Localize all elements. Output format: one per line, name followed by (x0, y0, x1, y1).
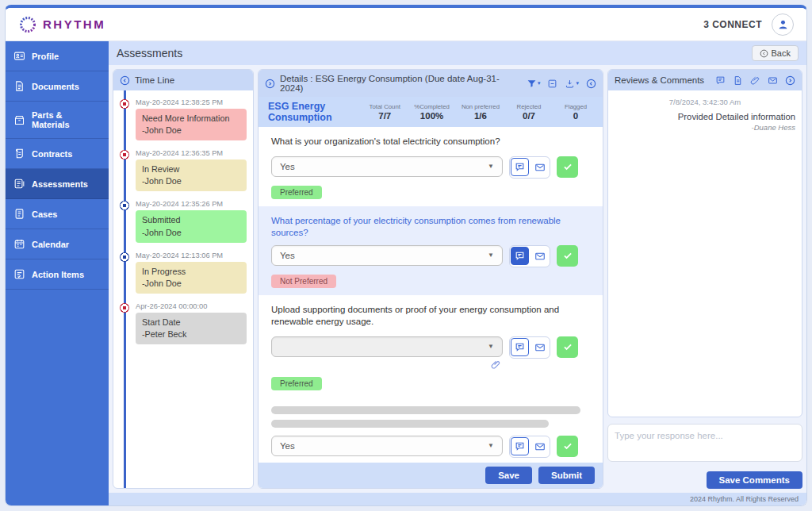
timeline-author: -John Doe (142, 227, 240, 239)
collapse-reviews-button[interactable] (785, 75, 795, 86)
connect-label: 3 CONNECT (703, 19, 762, 30)
check-icon (562, 341, 573, 352)
sidebar-item-label: Documents (32, 82, 79, 91)
timeline-author: -Peter Beck (142, 328, 240, 340)
comment-button[interactable] (511, 338, 529, 356)
timeline-timestamp: May-20-2024 12:38:25 PM (136, 98, 247, 106)
sidebar-item-profile[interactable]: Profile (6, 41, 109, 71)
save-comments-button[interactable]: Save Comments (707, 471, 802, 489)
question-actions (509, 436, 550, 458)
filter-button[interactable]: ▾ (527, 79, 541, 89)
timeline-author: -John Doe (142, 278, 240, 290)
caret-down-icon: ▾ (538, 80, 541, 86)
chevron-down-icon: ▼ (488, 163, 494, 170)
filter-icon (527, 79, 537, 89)
back-label: Back (772, 48, 791, 58)
mail-button[interactable] (530, 158, 549, 176)
timeline-list: May-20-2024 12:38:25 PM Need More Inform… (113, 90, 253, 488)
download-button[interactable]: ▾ (565, 79, 579, 89)
answer-select[interactable]: Yes ▼ (271, 436, 503, 456)
clipboard-icon (13, 178, 25, 190)
paperclip-icon[interactable] (491, 359, 501, 370)
question-block-3: Upload supporting documents or proof of … (259, 295, 603, 398)
sidebar-item-calendar[interactable]: Calendar (6, 229, 109, 259)
answer-value: Yes (280, 162, 295, 171)
sidebar: Profile Documents Parts & Materials Cont… (6, 41, 109, 505)
approve-button[interactable] (557, 336, 578, 358)
sidebar-item-label: Parts & Materials (32, 110, 101, 129)
comment-icon (515, 251, 525, 261)
stat-value: 0/7 (511, 111, 546, 121)
chevron-right-circle-icon[interactable] (265, 79, 275, 89)
save-button[interactable]: Save (485, 467, 532, 484)
comment-icon (515, 441, 525, 451)
mail-button[interactable] (530, 247, 549, 265)
check-icon (562, 161, 573, 172)
approve-button[interactable] (557, 245, 578, 267)
approve-button[interactable] (557, 156, 578, 178)
back-button[interactable]: Back (752, 45, 799, 61)
comment-button[interactable] (511, 158, 529, 176)
timeline-dot (120, 99, 129, 109)
timeline-dot (120, 252, 129, 262)
timeline-event: Apr-26-2024 00:00:00 Start Date -Peter B… (136, 302, 247, 344)
stat-total-count: Total Count 7/7 (367, 103, 402, 121)
submit-button[interactable]: Submit (538, 467, 595, 484)
mail-button[interactable] (530, 338, 549, 356)
chevron-down-icon: ▼ (488, 343, 494, 350)
comment-icon (515, 162, 525, 172)
sidebar-item-contracts[interactable]: Contracts (6, 139, 109, 169)
attachments-button[interactable] (750, 75, 760, 86)
preference-badge: Preferred (271, 186, 322, 199)
stat-non-preferred: Non preferred 1/6 (462, 103, 500, 121)
timeline-status: Submitted (142, 214, 240, 226)
package-icon (13, 114, 25, 126)
assessment-title: ESG Energy Consumption (268, 101, 355, 123)
stat-value: 100% (414, 111, 450, 121)
answer-select[interactable]: Yes ▼ (271, 156, 503, 177)
sidebar-item-parts-materials[interactable]: Parts & Materials (6, 102, 109, 139)
collapse-button[interactable] (547, 79, 557, 89)
answer-select[interactable]: Yes ▼ (271, 245, 503, 266)
stat-label: Rejected (511, 103, 546, 110)
question-list: What is your organization's total electr… (259, 127, 603, 463)
calendar-icon (13, 238, 25, 250)
user-avatar[interactable] (772, 13, 794, 36)
sidebar-item-assessments[interactable]: Assessments (6, 169, 109, 199)
stat-value: 1/6 (462, 111, 500, 121)
timeline-timestamp: May-20-2024 12:35:26 PM (136, 200, 247, 208)
timeline-event: May-20-2024 12:36:35 PM In Review -John … (136, 149, 247, 191)
notes-button[interactable] (733, 75, 743, 86)
document-icon (13, 80, 25, 92)
sidebar-item-action-items[interactable]: Action Items (6, 259, 109, 290)
comment-input[interactable] (607, 424, 802, 462)
stat-rejected: Rejected 0/7 (511, 103, 546, 121)
mail-icon (768, 75, 778, 86)
check-icon (562, 440, 573, 451)
approve-button[interactable] (557, 436, 578, 457)
sidebar-item-documents[interactable]: Documents (6, 71, 109, 102)
chevron-left-circle-icon[interactable] (120, 75, 130, 86)
sidebar-item-label: Calendar (32, 240, 69, 249)
collapse-panel-button[interactable] (586, 79, 596, 89)
question-block-2: What percentage of your electricity cons… (259, 206, 603, 295)
mail-all-button[interactable] (768, 75, 778, 86)
comment-button[interactable] (511, 437, 529, 455)
app-window: RHYTHM 3 CONNECT Profile Documents (5, 5, 807, 506)
check-icon (562, 250, 573, 261)
rhythm-ring-icon (18, 15, 37, 34)
timeline-status-card: In Progress -John Doe (136, 262, 247, 294)
comment-button[interactable] (511, 247, 529, 265)
sidebar-item-cases[interactable]: Cases (6, 199, 109, 229)
timeline-dot (120, 201, 129, 210)
back-circle-icon (760, 49, 768, 58)
answer-select[interactable]: ▼ (271, 336, 503, 357)
download-icon (565, 79, 575, 89)
comments-filter-button[interactable] (715, 75, 726, 86)
sidebar-item-label: Assessments (32, 179, 88, 189)
sidebar-item-label: Contracts (32, 149, 72, 159)
comment-item: 7/8/2024, 3:42:30 Am Provided Detailed i… (615, 98, 795, 132)
top-bar: RHYTHM 3 CONNECT (6, 8, 806, 41)
copyright-footer: 2024 Rhythm. All Rights Reserved (109, 493, 806, 505)
mail-button[interactable] (530, 437, 549, 455)
